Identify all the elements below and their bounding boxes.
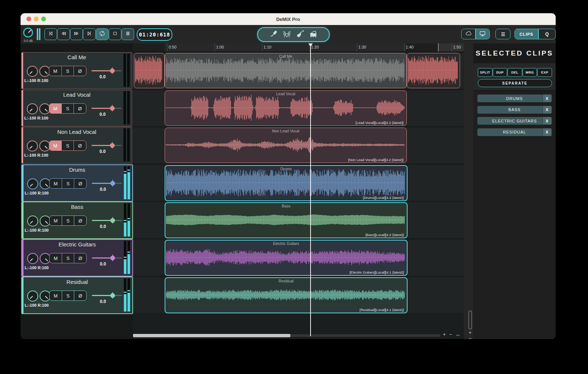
clip-residual[interactable]: Residual[Residual][Local][4.1 (latest)] [165,277,408,313]
transport-fast-forward-button[interactable] [70,28,83,40]
master-volume-knob[interactable] [23,28,33,38]
solo-button[interactable]: S [62,216,74,225]
pan-knob-left[interactable] [27,140,38,152]
dup-button[interactable]: DUP [493,68,508,77]
clip-label: Call Me [165,54,406,58]
zoom-fit-button[interactable]: ↔ [455,332,460,337]
volume-slider-thumb[interactable] [110,143,115,148]
zoom-window-button[interactable] [41,17,46,21]
track-header-non-lead-vocal[interactable]: Non Lead VocalL:-100 R:100MSØ0.0 [21,127,132,164]
selected-clip-item-electric-guitars[interactable]: ELECTRIC GUITARSX [477,117,552,125]
clip-segment[interactable] [407,53,460,88]
mute-button[interactable]: M [49,141,61,150]
pan-knob-left[interactable] [27,216,38,227]
transport-loop-button[interactable] [96,28,108,40]
volume-slider-track[interactable] [92,108,112,109]
del-button[interactable]: DEL [508,68,522,77]
clip-lead-vocal[interactable]: Lead Vocal[Lead Vocal][Local][4.2 (lates… [165,90,407,126]
volume-slider-thumb[interactable] [110,181,115,186]
zoom-in-h-button[interactable]: + [443,332,446,337]
selected-clip-item-bass[interactable]: BASSX [477,106,552,114]
zoom-out-h-button[interactable]: − [449,332,452,337]
volume-slider-track[interactable] [92,257,112,259]
remove-clip-button[interactable]: X [542,95,552,102]
phase-button[interactable]: Ø [74,291,86,300]
volume-slider-thumb[interactable] [110,256,115,260]
phase-button[interactable]: Ø [74,66,86,76]
volume-slider-thumb[interactable] [110,106,115,111]
desktop-view-button[interactable] [476,29,490,39]
track-header-lead-vocal[interactable]: Lead VocalL:-100 R:100MSØ0.0 [21,90,132,127]
clip-bass[interactable]: Bass[Bass][Local][4.2 (latest)] [165,202,408,238]
phase-button[interactable]: Ø [74,179,86,188]
minimize-window-button[interactable] [34,17,39,21]
track-header-bass[interactable]: BassL:-100 R:100MSØ0.0 [21,202,133,239]
clip-non-lead-vocal[interactable]: Non Lead Vocal[Non Lead Vocal][Local][4.… [165,128,407,163]
volume-slider-track[interactable] [92,145,112,146]
remove-clip-button[interactable]: X [542,128,552,136]
selected-clip-item-residual[interactable]: RESIDUALX [477,128,552,136]
instruments-pill[interactable] [257,27,330,42]
transport-pause-button[interactable] [122,28,134,40]
volume-slider-thumb[interactable] [110,218,115,223]
phase-button[interactable]: Ø [74,104,86,113]
clip-drums[interactable]: Drums[Drums][Local][4.2 (latest)] [165,165,408,201]
transport-skip-end-button[interactable] [83,28,96,40]
volume-slider-thumb[interactable] [110,293,115,298]
volume-slider-track[interactable] [92,70,112,71]
mute-button[interactable]: M [50,216,62,225]
search-tab[interactable]: Q [539,29,556,39]
solo-button[interactable]: S [62,291,74,300]
volume-slider-track[interactable] [92,220,112,221]
solo-button[interactable]: S [62,253,74,263]
cloud-view-button[interactable] [462,29,475,39]
pan-knob-left[interactable] [27,66,38,77]
volume-slider-track[interactable] [92,183,112,184]
remove-clip-button[interactable]: X [542,117,552,125]
volume-slider-track[interactable] [92,295,112,296]
phase-button[interactable]: Ø [74,216,86,225]
phase-button[interactable]: Ø [74,141,86,150]
track-header-drums[interactable]: DrumsL:-100 R:100MSØ0.0 [21,164,133,202]
mute-button[interactable]: M [49,104,61,113]
mute-button[interactable]: M [49,66,61,76]
mute-button[interactable]: M [50,253,62,263]
track-header-electric-guitars[interactable]: Electric GuitarsL:-100 R:100MSØ0.0 [21,239,133,277]
solo-button[interactable]: S [62,179,74,188]
timeline-ruler[interactable]: 0:501:001:101:201:301:401:50 [133,43,464,52]
exp-button[interactable]: EXP [537,68,552,77]
pan-knob-left[interactable] [27,178,38,189]
mute-button[interactable]: M [50,291,62,300]
menu-button[interactable] [495,29,510,39]
clip-call-me[interactable]: Call Me [165,53,407,88]
pan-knob-left[interactable] [27,253,38,264]
pan-knob-left[interactable] [27,103,38,114]
remove-clip-button[interactable]: X [542,106,552,114]
solo-button[interactable]: S [61,66,74,76]
volume-slider-thumb[interactable] [110,68,115,73]
pan-knob-left[interactable] [27,291,38,302]
track-header-call-me[interactable]: Call MeL:-100 R:100MSØ0.0 [21,52,132,89]
playhead-marker[interactable] [308,43,313,47]
zoom-in-v-button[interactable]: + [469,330,472,335]
selected-clip-item-drums[interactable]: DRUMSX [477,95,552,102]
mute-button[interactable]: M [50,179,62,188]
transport-skip-start-button[interactable] [44,28,57,40]
mrg-button[interactable]: MRG [523,68,537,77]
transport-rewind-button[interactable] [57,28,70,40]
playhead[interactable] [310,43,311,336]
transport-stop-button[interactable] [109,28,121,40]
track-header-residual[interactable]: ResidualL:-100 R:100MSØ0.0 [21,277,133,314]
split-button[interactable]: SPLIT [478,68,492,77]
v-scrollbar-thumb[interactable] [469,311,472,329]
zoom-out-v-button[interactable]: − [469,336,472,339]
clip-segment[interactable] [134,53,165,88]
phase-button[interactable]: Ø [74,253,86,263]
solo-button[interactable]: S [61,104,74,113]
solo-button[interactable]: S [61,141,74,150]
h-scrollbar-thumb[interactable] [133,334,290,337]
separate-button[interactable]: SEPARATE [478,79,552,87]
clips-tab[interactable]: CLIPS [515,29,538,39]
clip-electric-guitars[interactable]: Electric Guitars[Electric Guitars][Local… [165,240,408,276]
close-window-button[interactable] [26,17,31,21]
